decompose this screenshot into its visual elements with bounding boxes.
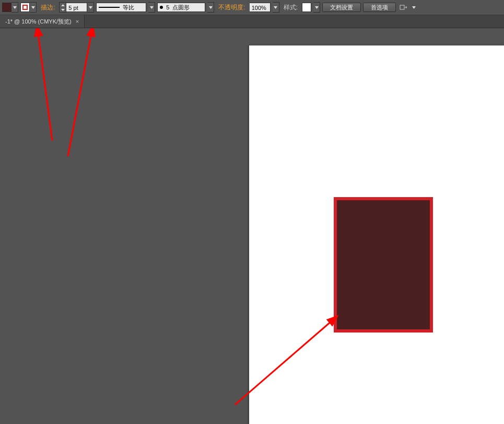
- stroke-swatch-group: [20, 2, 37, 13]
- stroke-weight-stepper[interactable]: [59, 2, 66, 13]
- opacity-dropdown[interactable]: [273, 2, 279, 13]
- control-toolbar: 描边: 5 pt 等比 5 点圆形 不透明度: 100% 样式: 文档设置 首选…: [0, 0, 504, 15]
- document-tab[interactable]: -1* @ 100% (CMYK/预览) ×: [0, 15, 85, 28]
- stroke-color-dropdown[interactable]: [30, 2, 37, 13]
- stroke-profile-select[interactable]: 等比: [96, 3, 146, 12]
- document-tab-strip: -1* @ 100% (CMYK/预览) ×: [0, 15, 504, 28]
- stroke-profile-line-icon: [99, 7, 120, 8]
- stroke-weight-down[interactable]: [60, 7, 66, 12]
- dash-pattern-select[interactable]: 5 点圆形: [157, 3, 205, 12]
- dash-pattern-dropdown[interactable]: [207, 2, 214, 13]
- fill-color-swatch[interactable]: [2, 3, 11, 12]
- fill-swatch-group: [2, 2, 18, 13]
- arrow-to-stroke-weight: [68, 33, 91, 156]
- dash-pattern-label: 点圆形: [172, 4, 190, 12]
- fill-color-dropdown[interactable]: [11, 2, 18, 13]
- style-label: 样式:: [282, 3, 300, 12]
- graphic-style-swatch[interactable]: [302, 3, 311, 12]
- stroke-weight-up[interactable]: [60, 3, 66, 7]
- stroke-weight-field: 5 pt: [59, 2, 94, 13]
- stroke-weight-input[interactable]: 5 pt: [66, 3, 87, 12]
- align-pixel-grid-icon[interactable]: [398, 3, 408, 12]
- dash-dot-icon: [160, 6, 163, 9]
- document-tab-title: -1* @ 100% (CMYK/预览): [5, 18, 72, 26]
- align-pixel-grid-dropdown[interactable]: [411, 3, 417, 12]
- canvas-area[interactable]: [0, 28, 504, 424]
- stroke-profile-label: 等比: [123, 4, 134, 12]
- stroke-color-swatch[interactable]: [20, 3, 30, 12]
- opacity-input[interactable]: 100%: [250, 3, 271, 12]
- stroke-weight-dropdown[interactable]: [87, 2, 94, 13]
- stroke-label: 描边:: [39, 3, 57, 12]
- opacity-label: 不透明度:: [216, 3, 247, 12]
- graphic-style-dropdown[interactable]: [313, 2, 320, 13]
- stroke-profile-dropdown[interactable]: [148, 2, 155, 13]
- close-tab-icon[interactable]: ×: [76, 18, 79, 25]
- rectangle-shape[interactable]: [334, 197, 433, 333]
- document-setup-button[interactable]: 文档设置: [322, 3, 361, 12]
- arrow-to-stroke-swatch: [38, 33, 52, 141]
- dash-pattern-prefix: 5: [166, 4, 169, 10]
- preferences-button[interactable]: 首选项: [363, 3, 396, 12]
- svg-rect-0: [400, 5, 404, 9]
